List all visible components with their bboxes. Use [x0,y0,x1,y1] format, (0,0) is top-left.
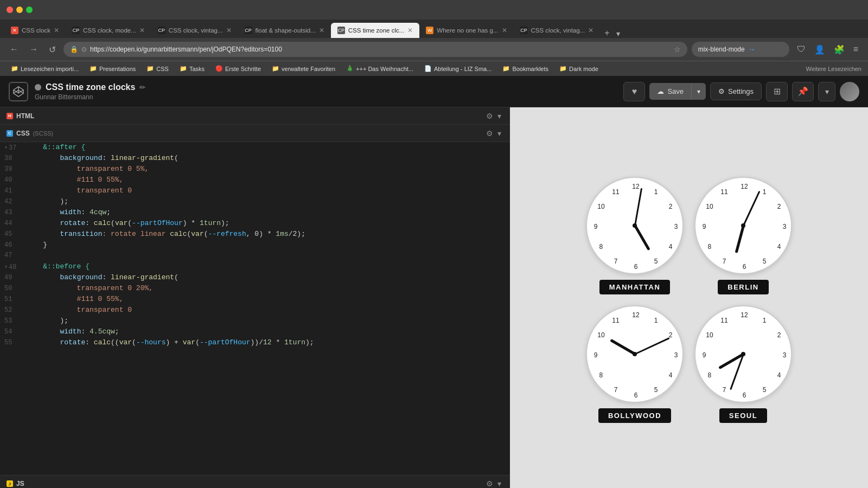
pin-button[interactable]: 📌 [792,82,814,101]
tab-5[interactable]: CP CSS time zone clc... ✕ [331,23,420,38]
bookmark-dot-icon: 🔴 [215,65,223,72]
pen-edit-icon[interactable]: ✏ [139,83,146,92]
bookmarks-more[interactable]: Weitere Lesezeichen [806,66,861,72]
extensions-icon[interactable]: 🧩 [831,43,848,56]
code-content: &::after { [26,142,85,153]
tab-2[interactable]: CP CSS clock, mode... ✕ [66,23,151,38]
menu-icon[interactable]: ≡ [850,43,861,55]
clock-number: 3 [783,223,787,230]
back-button[interactable]: ← [7,43,22,55]
bookmark-darkmode[interactable]: 📁 Dark mode [555,64,603,73]
hour-hand [634,225,650,251]
bookmark-label: Abteilung - LIZ Sma... [434,66,492,72]
minimize-button[interactable] [16,7,23,13]
bookmark-lesezeichen[interactable]: 📁 Lesezeichen importi... [7,64,83,73]
clock-number: 2 [777,331,781,339]
tab-7[interactable]: CP CSS clock, vintag... ✕ [514,23,601,38]
js-settings-button[interactable]: ⚙ [484,479,495,488]
tab-2-icon: CP [72,27,80,34]
clocks-grid: 121234567891011MANHATTAN121234567891011B… [586,177,792,423]
heart-button[interactable]: ♥ [623,82,645,101]
search-go-icon: → [748,45,756,54]
tab-3[interactable]: CP CSS clock, vintag... ✕ [151,23,238,38]
css-settings-button[interactable]: ⚙ [484,129,495,138]
html-collapse-button[interactable]: ▾ [495,112,503,120]
html-settings-button[interactable]: ⚙ [484,112,495,120]
pen-title-row: CSS time zone clocks ✏ [35,82,623,92]
line-number: 49 [4,273,20,282]
bookmark-bookmarklets[interactable]: 📁 Bookmarklets [498,64,553,73]
gear-icon: ⚙ [718,87,725,95]
bookmark-erste[interactable]: 🔴 Erste Schritte [211,64,265,73]
pen-title: CSS time zone clocks [46,82,135,92]
tab-1[interactable]: ✕ CSS clock ✕ [4,23,66,38]
bookmark-css[interactable]: 📁 CSS [142,64,173,73]
grid-icon: ⊞ [774,86,781,97]
tab-1-icon: ✕ [11,27,18,34]
clock-number: 6 [743,263,746,271]
url-bar[interactable]: 🔒 ⊙ https://codepen.io/gunnarbittersmann… [63,42,687,57]
line-number: 43 [4,208,20,217]
clock-number: 4 [777,371,781,379]
clock-number: 12 [741,183,748,190]
search-query: mix-blend-mode [698,46,745,53]
forward-button[interactable]: → [26,43,41,55]
view-toggle-button[interactable]: ⊞ [766,82,788,101]
css-indicator: C [7,130,13,137]
save-button[interactable]: ☁ Save [649,83,691,100]
code-line: 41 transparent 0 [0,185,510,196]
tab-4[interactable]: CP float & shape-outsid... ✕ [238,23,331,38]
code-line: 40 #111 0 55%, [0,175,510,185]
line-number: 38 [4,153,20,163]
tab-3-close[interactable]: ✕ [226,27,232,34]
bookmark-presentations[interactable]: 📁 Presentations [85,64,140,73]
maximize-button[interactable] [26,7,33,13]
code-content: rotate: calc((var(--hours) + var(--partO… [26,337,314,348]
tab-7-title: CSS clock, vintag... [531,27,585,34]
tab-7-close[interactable]: ✕ [588,27,593,34]
tabs-dropdown-button[interactable]: ▾ [614,29,622,38]
bookmark-label: Erste Schritte [225,66,261,72]
code-content: background: linear-gradient( [26,153,178,164]
css-collapse-button[interactable]: ▾ [495,129,503,138]
tab-5-close[interactable]: ✕ [407,27,413,34]
clock-number: 8 [708,371,712,379]
tab-2-close[interactable]: ✕ [139,27,145,34]
bookmark-tasks[interactable]: 📁 Tasks [175,64,209,73]
html-lang-badge: H HTML [7,112,34,120]
line-number: 52 [4,305,20,315]
title-bar [0,0,868,20]
reload-button[interactable]: ↺ [46,43,59,56]
save-dropdown-button[interactable]: ▾ [691,84,706,100]
more-dropdown-button[interactable]: ▾ [818,82,835,101]
clock-number: 10 [597,331,604,339]
bookmark-abteilung[interactable]: 📄 Abteilung - LIZ Sma... [420,64,496,73]
line-number: 54 [4,327,20,337]
bookmark-star-icon[interactable]: ☆ [674,45,681,54]
search-bar[interactable]: mix-blend-mode → [692,42,789,57]
clock-number: 9 [703,223,706,230]
shield-icon[interactable]: 🛡 [794,43,809,55]
tab-6[interactable]: W Where no one has g... ✕ [419,23,513,38]
bookmark-tree-icon: 🎄 [346,65,354,72]
user-avatar[interactable] [840,82,859,101]
code-content: transition: rotate linear calc(var(--ref… [26,229,305,240]
app-logo [9,82,28,101]
css-lang-name: CSS [16,130,30,137]
clock-number: 4 [669,371,673,379]
close-button[interactable] [7,7,13,13]
profile-icon[interactable]: 👤 [811,43,828,56]
js-collapse-button[interactable]: ▾ [495,479,503,488]
tab-6-close[interactable]: ✕ [502,27,507,34]
bookmark-weihnacht[interactable]: 🎄 +++ Das Weihnacht... [342,64,418,73]
settings-button[interactable]: ⚙ Settings [710,82,762,100]
pen-author: Gunnar Bittersmann [35,93,623,101]
tab-4-close[interactable]: ✕ [319,27,324,34]
bookmark-label: Lesezeichen importi... [21,66,79,72]
tab-1-close[interactable]: ✕ [54,27,59,34]
bookmark-verwaltete[interactable]: 📁 verwaltete Favoriten [267,64,340,73]
clock-number: 6 [743,391,746,399]
code-editor[interactable]: ▾ 37 &::after {38 background: linear-gra… [0,142,510,475]
new-tab-button[interactable]: + [600,28,614,38]
bookmark-folder-icon: 📁 [146,65,154,72]
